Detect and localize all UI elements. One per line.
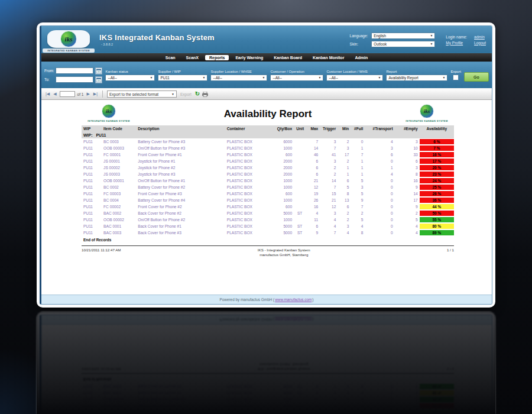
cell-min: 2 — [338, 216, 351, 223]
column-header: Description — [136, 125, 225, 132]
cell-min: 4 — [338, 229, 351, 236]
cell-availability: 16 % — [420, 151, 454, 158]
report-page-indicator: 1 / 1 — [447, 248, 454, 252]
cell-description: On/Off Button for Phone #1 — [136, 177, 225, 184]
cell-description: Front Cover for Phone #1 — [136, 151, 225, 158]
prev-page-button[interactable]: ◀ — [53, 92, 57, 96]
nav-tab-kanban-board[interactable]: Kanban Board — [270, 55, 306, 60]
cell-full: 4 — [351, 223, 365, 229]
table-row: PU11FC 00002Front Cover for Phone #2PLAS… — [82, 203, 454, 210]
group-row: WIP: PU11 — [82, 132, 454, 138]
availability-badge: 89 % — [420, 230, 454, 235]
cell-wip: PU11 — [82, 164, 102, 171]
login-name-label: Login name: — [446, 35, 467, 39]
cell-min: 2 — [338, 138, 351, 145]
column-header: Item Code — [102, 125, 136, 132]
cell-item_code: BAC 0003 — [102, 229, 136, 236]
cell-availability: 6 % — [420, 138, 454, 145]
cell-wip: PU11 — [82, 151, 102, 158]
cell-empty: 4 — [395, 229, 420, 236]
cell-max: 6 — [306, 223, 320, 229]
report-footer-line2: manufactus GmbH, Starnberg — [259, 253, 308, 257]
cell-description: Battery Cover for Phone #2 — [136, 184, 225, 190]
cell-container: PLASTIC BOX — [225, 197, 270, 203]
nav-tab-reports[interactable]: Reports — [205, 55, 229, 60]
nav-tab-scan[interactable]: Scan — [161, 55, 180, 60]
cell-transport: 0 — [365, 229, 394, 236]
report-timestamp: 10/21/2011 11:12:47 AM — [82, 248, 121, 252]
filter-select-value: --All-- — [329, 76, 338, 80]
filter-select-customer-operation[interactable]: --All--▼ — [270, 75, 323, 81]
from-date-input[interactable] — [56, 67, 93, 74]
cell-qty_box: 600 — [270, 190, 294, 197]
cell-max: 21 — [306, 177, 320, 184]
cell-container: PLASTIC BOX — [225, 184, 270, 190]
filter-select-kanban-status[interactable]: --All--▼ — [105, 75, 155, 81]
nav-tab-scanx[interactable]: ScanX — [182, 55, 203, 60]
cell-qty_box: 5000 — [270, 210, 294, 216]
login-name-value[interactable]: admin — [474, 35, 486, 39]
table-row: PU11OOB 00002On/Off Button for Phone #2P… — [82, 216, 454, 223]
language-label: Language: — [350, 34, 368, 38]
cell-qty_box: 6000 — [270, 138, 294, 145]
cell-max: 4 — [306, 210, 320, 216]
cell-wip: PU11 — [82, 229, 102, 236]
last-page-button[interactable]: ▶| — [93, 92, 98, 96]
cell-min: 1 — [338, 164, 351, 171]
availability-badge: 25 % — [420, 185, 454, 190]
cell-wip: PU11 — [82, 197, 102, 203]
export-format-select[interactable]: Export to the selected format ▼ — [107, 90, 177, 98]
cell-wip: PU11 — [82, 210, 102, 216]
cell-min: 3 — [338, 145, 351, 151]
cell-max: 6 — [306, 171, 320, 177]
cell-availability: 26 % — [420, 190, 454, 197]
skin-select-value: Outlook — [374, 42, 387, 46]
my-profile-link[interactable]: My Profile — [446, 41, 467, 45]
chevron-down-icon: ▼ — [150, 76, 153, 79]
export-report-button[interactable]: Export — [180, 92, 192, 96]
cell-max: 14 — [306, 145, 320, 151]
table-row: PU11JS 00003Joystick for Phone #3PLASTIC… — [82, 171, 454, 177]
page-number-input[interactable] — [60, 91, 75, 97]
from-label: From: — [44, 69, 54, 73]
iks-globe-icon: iks — [60, 31, 77, 47]
manufactus-link[interactable]: www.manufactus.com — [275, 297, 312, 302]
export-option: Export — [450, 70, 460, 80]
from-calendar-button[interactable] — [95, 67, 102, 75]
cell-unit — [294, 158, 306, 164]
filter-select-supplier-wip[interactable]: PU11▼ — [158, 75, 207, 81]
cell-description: Back Cover for Phone #3 — [136, 229, 225, 236]
cell-empty: 4 — [395, 223, 420, 229]
nav-tab-admin[interactable]: Admin — [351, 55, 372, 60]
cell-min: 13 — [338, 197, 351, 203]
refresh-icon[interactable]: ↻ — [195, 91, 200, 97]
filter-select-report[interactable]: Availability Report▼ — [386, 75, 447, 81]
printer-icon[interactable] — [202, 92, 208, 97]
cell-transport: 0 — [365, 223, 394, 229]
cell-full: 5 — [351, 190, 365, 197]
cell-transport: 0 — [365, 177, 394, 184]
filter-select-supplier-location[interactable]: --All--▼ — [210, 75, 267, 81]
report-title: Availability Report — [224, 108, 312, 120]
to-calendar-button[interactable] — [95, 76, 102, 83]
export-checkbox[interactable] — [453, 75, 459, 80]
app-version: - 3.8.8.2 — [101, 43, 215, 46]
go-button[interactable]: Go — [464, 72, 489, 82]
nav-tab-kanban-monitor[interactable]: Kanban Monitor — [309, 55, 348, 60]
nav-bar: ScanScanXReportsEarly WarningKanban Boar… — [41, 53, 492, 62]
next-page-button[interactable]: ▶ — [86, 92, 90, 96]
language-select[interactable]: English ▼ — [371, 33, 435, 39]
filter-select-customer-location[interactable]: --All--▼ — [326, 75, 383, 81]
cell-qty_box: 2000 — [270, 158, 294, 164]
report-logo-right: iks INTEGRATED KANBAN SYSTEM — [400, 104, 454, 122]
skin-select[interactable]: Outlook ▼ — [371, 41, 435, 47]
export-label: Export — [450, 70, 460, 73]
cell-max: 11 — [306, 216, 320, 223]
table-row: PU11JS 00001Joystick for Phone #1PLASTIC… — [82, 158, 454, 164]
iks-logo-caption: INTEGRATED KANBAN SYSTEM — [43, 48, 95, 53]
first-page-button[interactable]: |◀ — [45, 92, 50, 96]
nav-tab-early-warning[interactable]: Early Warning — [231, 55, 267, 60]
logout-link[interactable]: Logout — [474, 41, 486, 45]
cell-empty: 33 — [395, 151, 420, 158]
to-date-input[interactable] — [56, 76, 93, 83]
